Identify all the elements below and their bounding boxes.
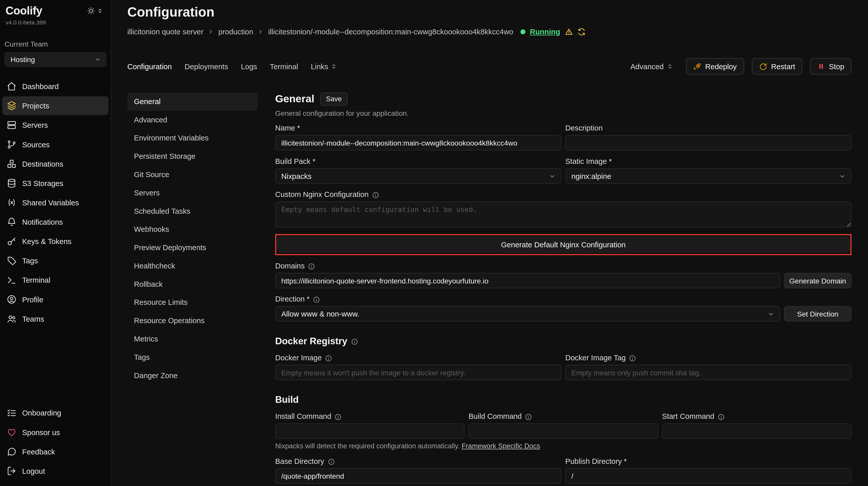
tab-logs[interactable]: Logs: [241, 62, 257, 71]
nginx-config-textarea[interactable]: [275, 201, 851, 227]
tab-configuration[interactable]: Configuration: [127, 62, 172, 71]
sidebar-item-teams[interactable]: Teams: [2, 310, 109, 328]
submenu-item-scheduled-tasks[interactable]: Scheduled Tasks: [127, 202, 258, 220]
description-label: Description: [565, 124, 851, 133]
submenu-item-webhooks[interactable]: Webhooks: [127, 220, 258, 239]
tab-links[interactable]: Links: [311, 62, 337, 71]
publish-directory-input[interactable]: [565, 468, 851, 484]
sidebar-item-projects[interactable]: Projects: [2, 96, 109, 115]
main-content: Configuration illicitonion quote server …: [111, 0, 868, 486]
generate-domain-button[interactable]: Generate Domain: [784, 273, 851, 288]
breadcrumb-application[interactable]: illicitestonion/-module--decomposition:m…: [268, 28, 514, 36]
sidebar-item-feedback[interactable]: Feedback: [2, 442, 109, 461]
submenu-item-resource-limits[interactable]: Resource Limits: [127, 293, 258, 312]
sidebar-item-sponsor[interactable]: Sponsor us: [2, 423, 109, 442]
static-image-select[interactable]: nginx:alpine: [565, 168, 851, 184]
info-icon[interactable]: [308, 263, 315, 270]
docker-image-tag-input[interactable]: [565, 365, 851, 380]
sidebar-item-keys-tokens[interactable]: Keys & Tokens: [2, 232, 109, 251]
info-icon[interactable]: [718, 413, 725, 420]
install-command-input[interactable]: [275, 423, 465, 439]
restart-icon: [759, 62, 767, 71]
domains-input[interactable]: [275, 273, 780, 288]
direction-select[interactable]: Allow www & non-www.: [275, 306, 780, 322]
chevron-right-icon: [257, 29, 264, 35]
publish-directory-label: Publish Directory *: [565, 457, 851, 466]
sidebar-item-terminal[interactable]: Terminal: [2, 271, 109, 290]
logout-icon: [7, 466, 17, 476]
info-icon[interactable]: [335, 413, 342, 420]
docker-registry-title: Docker Registry: [275, 336, 851, 347]
domains-label: Domains: [275, 262, 851, 271]
team-select-value: Hosting: [10, 56, 35, 64]
sidebar-item-dashboard[interactable]: Dashboard: [2, 77, 109, 96]
info-icon[interactable]: [372, 191, 379, 198]
sidebar-item-servers[interactable]: Servers: [2, 116, 109, 135]
annotation-highlight: Generate Default Nginx Configuration: [275, 234, 851, 255]
docker-image-input[interactable]: [275, 365, 561, 380]
submenu-item-environment-variables[interactable]: Environment Variables: [127, 129, 258, 147]
submenu-item-metrics[interactable]: Metrics: [127, 330, 258, 348]
generate-nginx-button[interactable]: Generate Default Nginx Configuration: [277, 237, 849, 252]
build-pack-select[interactable]: Nixpacks: [275, 168, 561, 184]
submenu-item-preview-deployments[interactable]: Preview Deployments: [127, 238, 258, 257]
sidebar-item-profile[interactable]: Profile: [2, 290, 109, 309]
sidebar-item-shared-variables[interactable]: Shared Variables: [2, 193, 109, 212]
user-icon: [7, 294, 17, 304]
restart-button[interactable]: Restart: [752, 58, 802, 74]
submenu-item-rollback[interactable]: Rollback: [127, 275, 258, 293]
base-directory-input[interactable]: [275, 468, 561, 484]
submenu-item-healthcheck[interactable]: Healthcheck: [127, 257, 258, 275]
submenu-item-servers[interactable]: Servers: [127, 184, 258, 202]
tab-deployments[interactable]: Deployments: [185, 62, 228, 71]
sidebar-item-sources[interactable]: Sources: [2, 135, 109, 154]
sidebar-item-destinations[interactable]: Destinations: [2, 155, 109, 173]
sidebar-item-onboarding[interactable]: Onboarding: [2, 403, 109, 422]
info-icon[interactable]: [351, 338, 359, 345]
info-icon[interactable]: [328, 458, 335, 465]
app-version: v4.0.0-beta.399: [0, 17, 111, 26]
submenu-item-danger-zone[interactable]: Danger Zone: [127, 366, 258, 385]
breadcrumb-environment[interactable]: production: [218, 28, 253, 36]
start-command-label: Start Command: [662, 412, 852, 421]
refresh-status-icon[interactable]: [577, 28, 586, 36]
save-button[interactable]: Save: [320, 92, 348, 106]
build-command-input[interactable]: [469, 423, 658, 439]
submenu-item-persistent-storage[interactable]: Persistent Storage: [127, 147, 258, 166]
status-running-link[interactable]: Running: [530, 28, 560, 36]
chevron-down-icon: [768, 310, 775, 317]
submenu-item-resource-operations[interactable]: Resource Operations: [127, 312, 258, 330]
stop-icon: [817, 63, 825, 70]
submenu-item-general[interactable]: General: [127, 92, 258, 111]
submenu-item-tags[interactable]: Tags: [127, 348, 258, 366]
framework-docs-link[interactable]: Framework Specific Docs: [462, 442, 540, 450]
tab-terminal[interactable]: Terminal: [270, 62, 298, 71]
advanced-select[interactable]: Advanced: [630, 62, 673, 71]
current-team-label: Current Team: [0, 26, 111, 52]
checklist-icon: [7, 408, 17, 418]
name-input[interactable]: [275, 135, 561, 151]
info-icon[interactable]: [313, 296, 320, 303]
description-input[interactable]: [565, 135, 851, 151]
warning-icon[interactable]: [565, 28, 573, 36]
rocket-icon: [693, 62, 701, 71]
submenu-item-git-source[interactable]: Git Source: [127, 165, 258, 184]
start-command-input[interactable]: [662, 423, 852, 439]
bell-icon: [7, 217, 17, 227]
info-icon[interactable]: [629, 354, 636, 362]
sidebar-item-notifications[interactable]: Notifications: [2, 213, 109, 231]
breadcrumb-project[interactable]: illicitonion quote server: [127, 28, 204, 36]
theme-switcher[interactable]: [87, 7, 103, 15]
set-direction-button[interactable]: Set Direction: [784, 306, 851, 322]
destinations-icon: [7, 159, 17, 169]
submenu-item-advanced[interactable]: Advanced: [127, 111, 258, 129]
sidebar-item-s3-storages[interactable]: S3 Storages: [2, 174, 109, 193]
redeploy-button[interactable]: Redeploy: [686, 58, 744, 74]
sidebar-item-logout[interactable]: Logout: [2, 461, 109, 480]
team-select[interactable]: Hosting: [4, 52, 106, 67]
info-icon[interactable]: [325, 354, 332, 362]
sidebar-item-tags[interactable]: Tags: [2, 251, 109, 270]
stop-button[interactable]: Stop: [810, 58, 852, 74]
tabs: Configuration Deployments Logs Terminal …: [127, 62, 337, 71]
info-icon[interactable]: [525, 413, 532, 420]
